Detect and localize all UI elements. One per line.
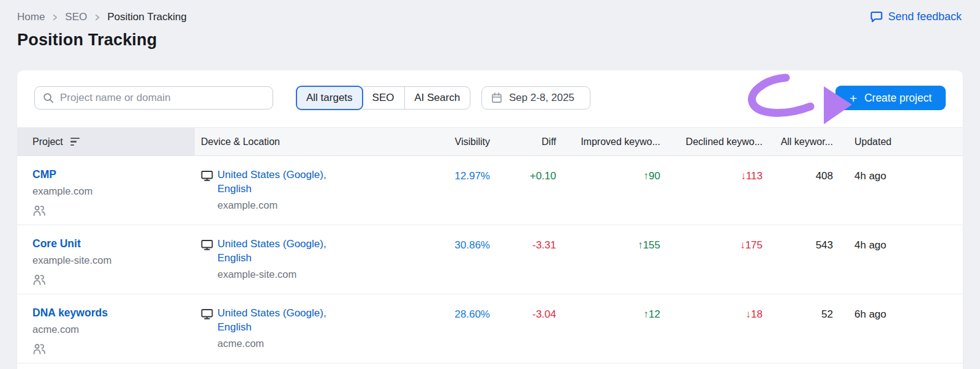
column-header-visibility: Visibility [397, 128, 490, 155]
location-link[interactable]: United States (Google), English [217, 168, 345, 196]
table-row: DNA keywords acme.com United States (Goo… [17, 294, 963, 363]
breadcrumb-seo[interactable]: SEO [65, 11, 87, 23]
visibility-value[interactable]: 12.97% [454, 170, 490, 182]
chevron-right-icon [93, 13, 101, 21]
column-header-all-keywords: All keywor... [763, 128, 833, 155]
projects-card: All targets SEO AI Search Sep 2-8, 2025 … [17, 70, 963, 369]
search-icon [42, 92, 55, 104]
send-feedback-label: Send feedback [888, 10, 962, 23]
project-link[interactable]: DNA keywords [32, 307, 195, 319]
tab-seo[interactable]: SEO [363, 86, 405, 110]
updated-value: 6h ago [854, 308, 886, 321]
breadcrumb-home[interactable]: Home [17, 11, 45, 23]
column-header-declined: Declined keywo... [660, 128, 763, 155]
feedback-bubble-icon [870, 10, 883, 23]
column-header-updated: Updated [833, 128, 963, 155]
improved-keywords-value: ↑155 [638, 239, 660, 252]
visibility-value[interactable]: 28.60% [454, 308, 490, 321]
declined-keywords-value: ↓18 [746, 308, 763, 321]
tab-ai-search[interactable]: AI Search [405, 86, 471, 110]
chevron-right-icon [51, 13, 59, 21]
project-link[interactable]: Core Unit [32, 237, 195, 250]
visibility-value[interactable]: 30.86% [454, 239, 490, 252]
create-project-button[interactable]: + Create project [835, 86, 946, 110]
column-header-device-location: Device & Location [195, 128, 397, 155]
date-range-label: Sep 2-8, 2025 [509, 92, 575, 104]
updated-value: 4h ago [854, 170, 886, 182]
location-domain: acme.com [217, 338, 345, 349]
project-search[interactable] [34, 86, 273, 110]
project-domain: example-site.com [32, 255, 195, 266]
improved-keywords-value: ↑12 [644, 308, 660, 321]
create-project-label: Create project [864, 92, 932, 105]
column-header-improved: Improved keywo... [556, 128, 660, 155]
table-row: CMP example.com United States (Google), … [17, 156, 963, 225]
diff-value: -3.31 [532, 239, 556, 252]
desktop-icon [201, 307, 213, 363]
location-link[interactable]: United States (Google), English [217, 237, 345, 266]
shared-users-icon [32, 274, 195, 288]
plus-icon: + [850, 92, 857, 105]
updated-value: 4h ago [854, 239, 886, 252]
table-row: Core Unit example-site.com United States… [17, 225, 963, 294]
target-filter-tabs: All targets SEO AI Search [296, 86, 470, 110]
search-input[interactable] [60, 92, 265, 104]
column-header-project[interactable]: Project [17, 128, 195, 155]
diff-value: -3.04 [532, 308, 556, 321]
all-keywords-value: 52 [821, 308, 833, 321]
diff-value: +0.10 [530, 170, 556, 182]
location-link[interactable]: United States (Google), English [217, 307, 345, 335]
all-keywords-value: 543 [816, 239, 833, 252]
declined-keywords-value: ↓113 [741, 170, 763, 182]
column-header-diff: Diff [490, 128, 556, 155]
sort-icon [70, 138, 80, 146]
date-range-picker[interactable]: Sep 2-8, 2025 [481, 86, 590, 110]
send-feedback-link[interactable]: Send feedback [870, 10, 962, 23]
project-domain: example.com [32, 185, 195, 197]
improved-keywords-value: ↑90 [644, 170, 660, 182]
breadcrumb: Home SEO Position Tracking [17, 11, 187, 23]
project-domain: acme.com [32, 324, 195, 335]
desktop-icon [201, 237, 213, 294]
calendar-icon [491, 92, 503, 104]
all-keywords-value: 408 [816, 170, 833, 182]
tab-all-targets[interactable]: All targets [296, 86, 363, 110]
project-link[interactable]: CMP [32, 168, 195, 181]
shared-users-icon [32, 343, 195, 357]
page-title: Position Tracking [17, 31, 157, 50]
location-domain: example.com [217, 199, 345, 211]
shared-users-icon [32, 205, 195, 219]
table-header: Project Device & Location Visibility Dif… [17, 127, 963, 156]
desktop-icon [201, 168, 213, 225]
declined-keywords-value: ↓175 [740, 239, 763, 252]
breadcrumb-current: Position Tracking [107, 11, 186, 23]
location-domain: example-site.com [217, 269, 345, 280]
